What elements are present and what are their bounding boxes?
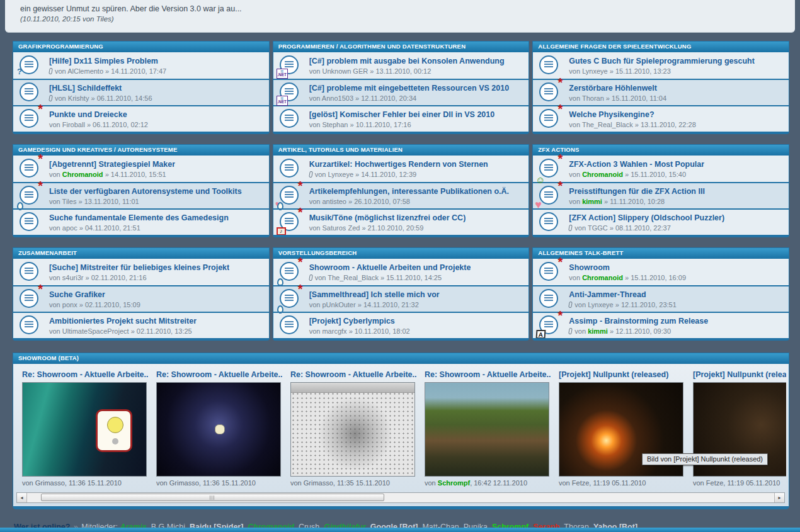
topic-author-link[interactable]: AlClemento — [67, 67, 103, 75]
topic-row[interactable]: ? * ≈.NET ♥ ♪ ☺ A Suche fundamentale Ele… — [13, 208, 269, 235]
topic-title-link[interactable]: Ambitioniertes Projekt sucht Mitstreiter — [49, 317, 197, 326]
topic-title-link[interactable]: [Suche] Mitstreiter für beliebiges klein… — [49, 263, 229, 273]
section-header[interactable]: ARTIKEL, TUTORIALS UND MATERIALIEN — [273, 145, 529, 156]
topic-row[interactable]: ? * ≈.NET ♥ ♪ ☺ A Punkte und Dreiecke vo… — [13, 105, 269, 132]
showroom-card-title-link[interactable]: [Projekt] Nullpunkt (released) — [559, 370, 685, 379]
topic-title-link[interactable]: Showroom - Aktuelle Arbeiten und Projekt… — [309, 263, 471, 273]
section-title[interactable]: ZUSAMMENARBEIT — [18, 249, 77, 256]
section-header[interactable]: ALLGEMEINE FRAGEN DER SPIELEENTWICKLUNG — [533, 42, 789, 52]
topic-title-link[interactable]: Gutes C Buch für Spieleprogrammierung ge… — [569, 57, 755, 66]
topic-row[interactable]: ? * ≈.NET ♥ ♪ ☺ A Zerstörbare Höhlenwelt… — [533, 79, 789, 105]
topic-title-link[interactable]: [C#] probleme mit eingebetteten Ressourc… — [309, 84, 509, 93]
topic-row[interactable]: ? * ≈.NET ♥ ♪ ☺ A [C#] probleme mit eing… — [273, 79, 529, 105]
topic-title-link[interactable]: Assimp - Brainstorming zum Release — [569, 317, 708, 326]
topic-row[interactable]: ? * ≈.NET ♥ ♪ ☺ A Suche Grafiker von pon… — [13, 285, 269, 312]
section-title[interactable]: GRAFIKPROGRAMMIERUNG — [18, 43, 103, 50]
topic-author-link[interactable]: The_Real_Black — [328, 274, 379, 281]
section-header[interactable]: PROGRAMMIEREN / ALGORITHMEN UND DATENSTR… — [273, 42, 529, 52]
topic-author-link[interactable]: Tiles — [62, 198, 77, 205]
topic-row[interactable]: ? * ≈.NET ♥ ♪ ☺ A [Projekt] Cyberlympics… — [273, 312, 529, 338]
topic-row[interactable]: ? * ≈.NET ♥ ♪ ☺ A Musik/Töne (möglichst … — [273, 208, 529, 235]
topic-title-link[interactable]: Showroom — [569, 263, 686, 273]
topic-title-link[interactable]: ZFX-Action 3 Wahlen - Most Popular — [569, 160, 704, 169]
topic-author-link[interactable]: pUnkOuter — [322, 301, 355, 308]
section-header[interactable]: GAMEDESIGN UND KREATIVES / AUTORENSYSTEM… — [13, 145, 269, 156]
topic-row[interactable]: ? * ≈.NET ♥ ♪ ☺ A Anti-Jammer-Thread von… — [533, 285, 789, 312]
topic-author-link[interactable]: Saturos Zed — [322, 224, 360, 232]
section-header[interactable]: VORSTELLUNGSBEREICH — [273, 248, 529, 259]
topic-row[interactable]: ? * ≈.NET ♥ ♪ ☺ A Welche Physikengine? v… — [533, 105, 789, 132]
topic-title-link[interactable]: Welche Physikengine? — [569, 110, 695, 120]
topic-title-link[interactable]: [Abgetrennt] Strategiespiel Maker — [49, 160, 175, 169]
showroom-card-title-link[interactable]: [Projekt] Nullpunkt (released) — [693, 370, 786, 379]
section-title[interactable]: ALLGEMEINES TALK-BRETT — [538, 249, 623, 256]
topic-title-link[interactable]: [ZFX Action] Slippery (Oldschool Puzzler… — [569, 213, 724, 223]
showroom-card-title-link[interactable]: Re: Showroom - Aktuelle Arbeite... — [290, 370, 416, 379]
showroom-card-title-link[interactable]: Re: Showroom - Aktuelle Arbeite... — [425, 370, 551, 379]
topic-title-link[interactable]: Punkte und Dreiecke — [49, 110, 148, 120]
section-title[interactable]: VORSTELLUNGSBEREICH — [278, 249, 357, 256]
topic-title-link[interactable]: Artikelempfehlungen, interessante Publik… — [309, 187, 509, 196]
topic-row[interactable]: ? * ≈.NET ♥ ♪ ☺ A Showroom - Aktuelle Ar… — [273, 259, 529, 285]
topic-row[interactable]: ? * ≈.NET ♥ ♪ ☺ A Assimp - Brainstorming… — [533, 312, 789, 338]
topic-row[interactable]: ? * ≈.NET ♥ ♪ ☺ A Artikelempfehlungen, i… — [273, 182, 529, 208]
topic-title-link[interactable]: Musik/Töne (möglichst lizenzfrei oder CC… — [309, 213, 466, 223]
topic-author-link[interactable]: antisteo — [322, 198, 346, 205]
topic-author-link[interactable]: Lynxeye — [588, 301, 614, 308]
topic-author-link[interactable]: Chromanoid — [582, 171, 623, 178]
topic-author-link[interactable]: Anno1503 — [322, 94, 353, 102]
topic-title-link[interactable]: [Projekt] Cyberlympics — [309, 317, 410, 326]
section-header[interactable]: ZUSAMMENARBEIT — [13, 248, 269, 259]
topic-row[interactable]: ? * ≈.NET ♥ ♪ ☺ A [HLSL] Schildeffekt vo… — [13, 79, 269, 105]
topic-row[interactable]: ? * ≈.NET ♥ ♪ ☺ A Ambitioniertes Projekt… — [13, 312, 269, 338]
outdoor-thumbnail[interactable] — [425, 382, 549, 477]
topic-row[interactable]: ? * ≈.NET ♥ ♪ ☺ A [Abgetrennt] Strategie… — [13, 156, 269, 182]
section-title[interactable]: ALLGEMEINE FRAGEN DER SPIELEENTWICKLUNG — [538, 43, 691, 50]
corridor-thumbnail[interactable] — [22, 382, 147, 477]
topic-author-link[interactable]: Krishty — [68, 94, 89, 102]
showroom-card-title-link[interactable]: Re: Showroom - Aktuelle Arbeite... — [156, 370, 282, 379]
topic-row[interactable]: ? * ≈.NET ♥ ♪ ☺ A [Hilfe] Dx11 Simples P… — [13, 52, 269, 79]
topic-author-link[interactable]: apoc — [62, 224, 77, 232]
topic-row[interactable]: ? * ≈.NET ♥ ♪ ☺ A Preisstiftungen für di… — [533, 182, 789, 208]
showroom-author-link[interactable]: Grimasso — [35, 479, 65, 487]
showroom-card-title-link[interactable]: Re: Showroom - Aktuelle Arbeite... — [22, 370, 148, 379]
showroom-author-link[interactable]: Fetze — [572, 479, 590, 487]
topic-author-link[interactable]: s4uri3r — [62, 274, 84, 281]
showroom-author-link[interactable]: Schrompf — [438, 479, 470, 487]
topic-author-link[interactable]: kimmi — [582, 198, 602, 205]
section-header[interactable]: ALLGEMEINES TALK-BRETT — [533, 248, 789, 259]
topic-row[interactable]: ? * ≈.NET ♥ ♪ ☺ A [Sammelthread] Ich ste… — [273, 285, 529, 312]
topic-row[interactable]: ? * ≈.NET ♥ ♪ ☺ A Liste der verfügbaren … — [13, 182, 269, 208]
topic-row[interactable]: ? * ≈.NET ♥ ♪ ☺ A Showroom von Chromanoi… — [533, 259, 789, 285]
topic-row[interactable]: ? * ≈.NET ♥ ♪ ☺ A [gelöst] Komischer Feh… — [273, 105, 529, 132]
scrollbar-thumb[interactable] — [41, 494, 384, 501]
topic-author-link[interactable]: Stephan — [322, 121, 348, 128]
topic-title-link[interactable]: [gelöst] Komischer Fehler bei einer Dll … — [309, 110, 495, 120]
section-header[interactable]: GRAFIKPROGRAMMIERUNG — [13, 42, 269, 52]
topic-title-link[interactable]: [C#] problem mit ausgabe bei Konsolen An… — [309, 57, 505, 66]
section-title[interactable]: PROGRAMMIEREN / ALGORITHMEN UND DATENSTR… — [278, 43, 466, 50]
topic-title-link[interactable]: Preisstiftungen für die ZFX Action III — [569, 187, 705, 196]
topic-row[interactable]: ? * ≈.NET ♥ ♪ ☺ A [C#] problem mit ausga… — [273, 52, 529, 79]
section-title[interactable]: ARTIKEL, TUTORIALS UND MATERIALIEN — [278, 146, 403, 153]
topic-author-link[interactable]: Lynxeye — [328, 171, 353, 178]
showroom-scrollbar[interactable]: ◂ ▸ — [16, 492, 785, 503]
topic-author-link[interactable]: Chromanoid — [62, 171, 103, 178]
topic-author-link[interactable]: Chromanoid — [582, 274, 623, 281]
topic-row[interactable]: ? * ≈.NET ♥ ♪ ☺ A [ZFX Action] Slippery … — [533, 208, 789, 235]
topic-author-link[interactable]: kimmi — [588, 327, 608, 335]
topic-row[interactable]: ? * ≈.NET ♥ ♪ ☺ A Gutes C Buch für Spiel… — [533, 52, 789, 79]
topic-author-link[interactable]: TGGC — [588, 224, 608, 232]
topic-author-link[interactable]: Thoran — [582, 94, 604, 102]
section-header[interactable]: ZFX ACTIONS — [533, 145, 789, 156]
topic-author-link[interactable]: UltimateSpaceProject — [62, 327, 129, 335]
topic-row[interactable]: ? * ≈.NET ♥ ♪ ☺ A [Suche] Mitstreiter fü… — [13, 259, 269, 285]
scroll-left-arrow[interactable]: ◂ — [17, 493, 27, 502]
topic-author-link[interactable]: Lynxeye — [582, 67, 608, 75]
topic-title-link[interactable]: Suche Grafiker — [49, 290, 140, 300]
topic-author-link[interactable]: The_Real_Black — [582, 121, 633, 128]
topic-title-link[interactable]: Suche fundamentale Elemente des Gamedesi… — [49, 213, 229, 223]
topic-author-link[interactable]: marcgfx — [322, 327, 346, 335]
topic-title-link[interactable]: [Sammelthread] Ich stelle mich vor — [309, 290, 440, 300]
